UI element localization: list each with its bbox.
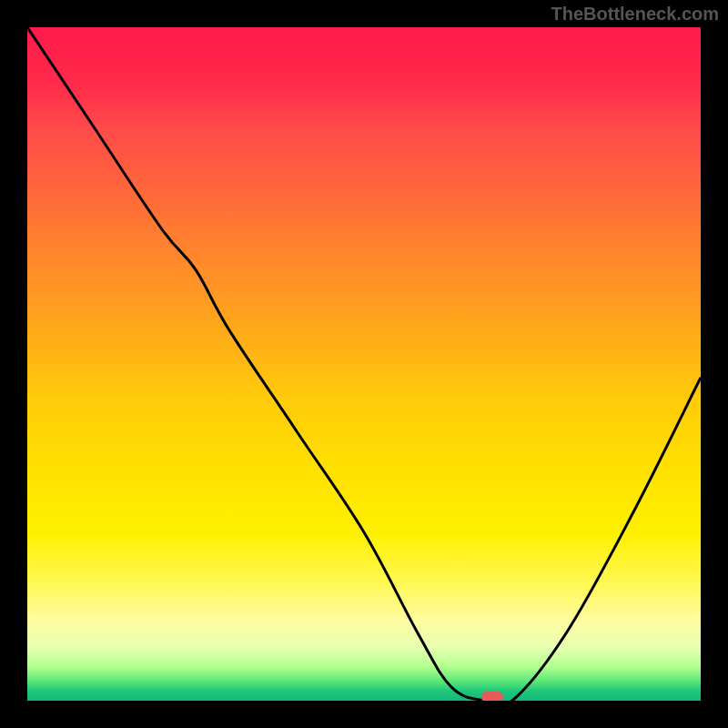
- plot-area: [27, 27, 701, 701]
- optimal-marker: [481, 692, 503, 701]
- watermark-text: TheBottleneck.com: [551, 4, 719, 25]
- bottleneck-curve: [27, 27, 701, 701]
- curve-layer: [27, 27, 701, 701]
- chart-container: TheBottleneck.com: [0, 0, 728, 728]
